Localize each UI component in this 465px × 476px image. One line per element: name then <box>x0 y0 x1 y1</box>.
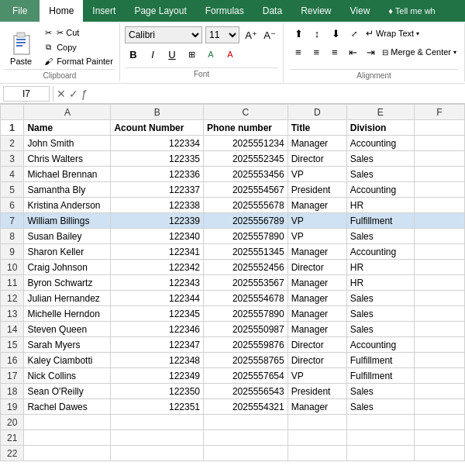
cell-e17[interactable]: Fulfillment <box>346 368 414 384</box>
cell-a7[interactable]: William Billings <box>24 213 111 229</box>
cell-20-2[interactable] <box>111 415 204 430</box>
cell-b6[interactable]: 122338 <box>111 198 204 213</box>
cell-c18[interactable]: 2025556543 <box>204 384 288 399</box>
cell-a18[interactable]: Sean O'Reilly <box>24 384 111 399</box>
align-top-btn[interactable]: ⬆ <box>290 25 307 42</box>
cell-b11[interactable]: 122343 <box>111 275 204 291</box>
cell-b9[interactable]: 122341 <box>111 244 204 260</box>
tab-review[interactable]: Review <box>291 0 340 22</box>
cell-f3[interactable] <box>414 151 464 167</box>
orientation-btn[interactable]: ⤢ <box>346 25 363 42</box>
cell-b5[interactable]: 122337 <box>111 182 204 198</box>
align-left-btn[interactable]: ≡ <box>290 43 306 60</box>
align-middle-btn[interactable]: ↕ <box>308 25 326 42</box>
cell-e11[interactable]: HR <box>346 275 414 291</box>
cell-20-1[interactable] <box>24 415 111 430</box>
cell-d1[interactable]: Title <box>288 120 346 136</box>
cell-c4[interactable]: 2025553456 <box>204 167 288 182</box>
cell-d19[interactable]: Manager <box>288 399 346 415</box>
cell-f15[interactable] <box>414 337 464 353</box>
cell-e19[interactable]: Sales <box>346 399 414 415</box>
cell-e2[interactable]: Accounting <box>346 136 414 151</box>
cell-d5[interactable]: President <box>288 182 346 198</box>
cell-c5[interactable]: 2025554567 <box>204 182 288 198</box>
col-header-a[interactable]: A <box>24 105 111 120</box>
cell-c7[interactable]: 2025556789 <box>204 213 288 229</box>
cell-reference-input[interactable]: I7 <box>3 86 50 102</box>
cell-20-5[interactable] <box>346 415 414 430</box>
cell-c2[interactable]: 2025551234 <box>204 136 288 151</box>
cell-a19[interactable]: Rachel Dawes <box>24 399 111 415</box>
cell-20-4[interactable] <box>288 415 346 430</box>
cell-f14[interactable] <box>414 322 464 337</box>
cell-f7[interactable] <box>414 213 464 229</box>
cell-d4[interactable]: VP <box>288 167 346 182</box>
col-header-d[interactable]: D <box>288 105 346 120</box>
cell-e10[interactable]: HR <box>346 260 414 275</box>
cell-d13[interactable]: Manager <box>288 306 346 322</box>
cell-22-6[interactable] <box>414 446 464 461</box>
cell-22-2[interactable] <box>111 446 204 461</box>
cell-d14[interactable]: Manager <box>288 322 346 337</box>
cell-f18[interactable] <box>414 384 464 399</box>
cell-a10[interactable]: Craig Johnson <box>24 260 111 275</box>
cell-f2[interactable] <box>414 136 464 151</box>
cell-21-4[interactable] <box>288 430 346 446</box>
cell-d15[interactable]: Director <box>288 337 346 353</box>
cell-c11[interactable]: 2025553567 <box>204 275 288 291</box>
col-header-f[interactable]: F <box>414 105 464 120</box>
fill-color-button[interactable]: A <box>202 46 219 63</box>
cell-a15[interactable]: Sarah Myers <box>24 337 111 353</box>
align-right-btn[interactable]: ≡ <box>326 43 343 60</box>
cell-e6[interactable]: HR <box>346 198 414 213</box>
align-center-btn[interactable]: ≡ <box>308 43 324 60</box>
cut-button[interactable]: ✂ ✂ Cut <box>40 26 115 40</box>
cell-a4[interactable]: Michael Brennan <box>24 167 111 182</box>
cell-21-6[interactable] <box>414 430 464 446</box>
tab-insert[interactable]: Insert <box>83 0 125 22</box>
cell-a13[interactable]: Michelle Herndon <box>24 306 111 322</box>
cell-c14[interactable]: 2025550987 <box>204 322 288 337</box>
cell-e13[interactable]: Sales <box>346 306 414 322</box>
cell-22-5[interactable] <box>346 446 414 461</box>
cell-e7[interactable]: Fulfillment <box>346 213 414 229</box>
confirm-formula-icon[interactable]: ✓ <box>69 88 78 100</box>
cell-f8[interactable] <box>414 229 464 244</box>
cell-a9[interactable]: Sharon Keller <box>24 244 111 260</box>
cell-c12[interactable]: 2025554678 <box>204 291 288 306</box>
cell-e14[interactable]: Sales <box>346 322 414 337</box>
bold-button[interactable]: B <box>125 46 142 63</box>
cell-a3[interactable]: Chris Walters <box>24 151 111 167</box>
cell-e18[interactable]: Sales <box>346 384 414 399</box>
cell-a17[interactable]: Nick Collins <box>24 368 111 384</box>
decrease-font-btn[interactable]: A⁻ <box>261 26 278 43</box>
cell-21-3[interactable] <box>204 430 288 446</box>
cell-d10[interactable]: Director <box>288 260 346 275</box>
tab-home[interactable]: Home <box>40 0 83 22</box>
increase-font-btn[interactable]: A⁺ <box>243 26 260 43</box>
border-button[interactable]: ⊞ <box>183 46 200 63</box>
cell-f19[interactable] <box>414 399 464 415</box>
cell-b4[interactable]: 122336 <box>111 167 204 182</box>
cell-c1[interactable]: Phone number <box>204 120 288 136</box>
cell-b1[interactable]: Acount Number <box>111 120 204 136</box>
cell-e15[interactable]: Accounting <box>346 337 414 353</box>
cell-e12[interactable]: Sales <box>346 291 414 306</box>
indent-increase-btn[interactable]: ⇥ <box>363 43 379 60</box>
cell-f16[interactable] <box>414 353 464 368</box>
cell-b2[interactable]: 122334 <box>111 136 204 151</box>
cell-b15[interactable]: 122347 <box>111 337 204 353</box>
cell-21-5[interactable] <box>346 430 414 446</box>
cell-a11[interactable]: Byron Schwartz <box>24 275 111 291</box>
cell-c10[interactable]: 2025552456 <box>204 260 288 275</box>
cell-d17[interactable]: VP <box>288 368 346 384</box>
cell-c3[interactable]: 2025552345 <box>204 151 288 167</box>
font-family-select[interactable]: Calibri <box>125 26 202 43</box>
cell-a16[interactable]: Kaley Ciambotti <box>24 353 111 368</box>
cell-b14[interactable]: 122346 <box>111 322 204 337</box>
cell-e3[interactable]: Sales <box>346 151 414 167</box>
cell-d3[interactable]: Director <box>288 151 346 167</box>
cell-e8[interactable]: Sales <box>346 229 414 244</box>
font-color-button[interactable]: A <box>222 46 239 63</box>
cell-b3[interactable]: 122335 <box>111 151 204 167</box>
